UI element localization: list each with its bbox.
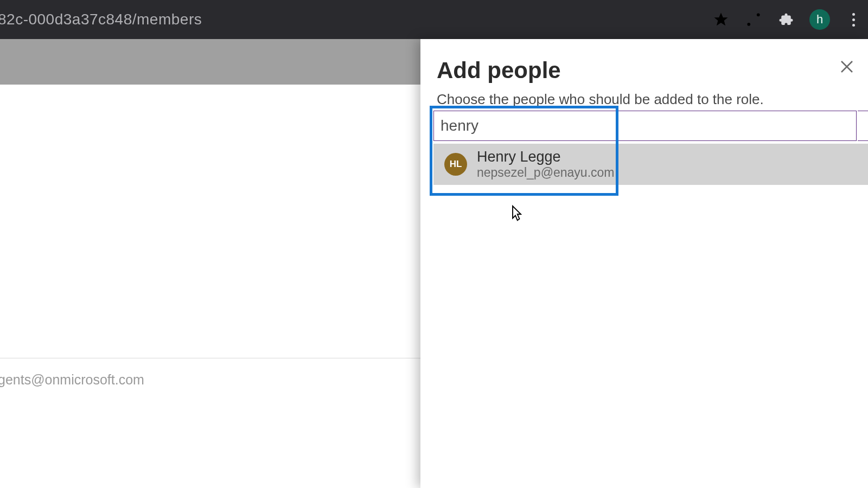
suggestion-text: Henry Legge nepsezel_p@enayu.com [477, 149, 615, 179]
svg-marker-0 [714, 13, 728, 26]
search-area: HL Henry Legge nepsezel_p@enayu.com [432, 108, 868, 141]
suggestion-email: nepsezel_p@enayu.com [477, 165, 615, 179]
background-email-text: gents@onmicrosoft.com [0, 372, 144, 388]
url-fragment: 82c-000d3a37c848/members [0, 11, 202, 28]
dialog-title: Add people [437, 57, 856, 84]
suggestion-avatar: HL [444, 153, 467, 176]
person-suggestion-row[interactable]: HL Henry Legge nepsezel_p@enayu.com [433, 144, 868, 185]
svg-point-1 [747, 23, 750, 26]
path-icon[interactable] [744, 10, 763, 29]
suggestion-initials: HL [450, 159, 462, 170]
close-icon[interactable] [839, 59, 855, 77]
search-input-extension [858, 111, 868, 141]
svg-point-2 [757, 13, 760, 16]
extensions-puzzle-icon[interactable] [777, 10, 795, 29]
kebab-menu-icon[interactable] [844, 10, 863, 29]
people-search-input[interactable] [433, 111, 857, 141]
cursor-pointer-icon [507, 204, 524, 226]
backdrop-dim-region [0, 39, 420, 85]
page-content: gents@onmicrosoft.com Add people Choose … [0, 39, 868, 488]
backdrop-divider [0, 358, 420, 358]
suggestion-name: Henry Legge [477, 149, 615, 165]
bookmark-star-icon[interactable] [712, 10, 730, 29]
search-row [432, 108, 868, 141]
backdrop-strip [0, 85, 420, 125]
add-people-dialog: Add people Choose the people who should … [420, 39, 868, 488]
browser-action-icons: h [712, 9, 863, 30]
profile-letter: h [816, 12, 823, 27]
profile-avatar[interactable]: h [809, 9, 830, 30]
dialog-subtitle: Choose the people who should be added to… [437, 91, 856, 108]
backdrop-main [0, 125, 420, 488]
browser-toolbar: 82c-000d3a37c848/members h [0, 0, 868, 39]
